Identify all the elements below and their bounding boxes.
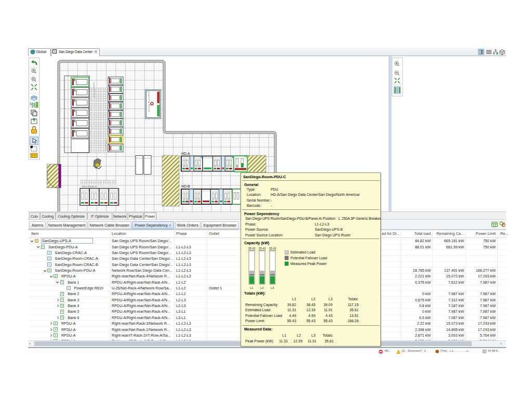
svg-text:Network Row: Network Row	[92, 82, 96, 98]
svg-text:L3: L3	[271, 286, 274, 289]
svg-text:55.43: 55.43	[259, 247, 266, 250]
svg-text:HD-B: HD-B	[181, 184, 190, 188]
svg-text:L2: L2	[260, 286, 263, 289]
svg-text:55.43: 55.43	[248, 247, 256, 250]
svg-text:Dev-Row-A: Dev-Row-A	[82, 185, 97, 188]
svg-text:SanDiego Room UPS-B: SanDiego Room UPS-B	[148, 91, 150, 112]
svg-text:55.43: 55.43	[269, 247, 276, 250]
svg-text:HD-A: HD-A	[181, 152, 190, 155]
svg-text:IT-Row-A: IT-Row-A	[104, 139, 108, 151]
svg-text:L1: L1	[250, 286, 253, 289]
